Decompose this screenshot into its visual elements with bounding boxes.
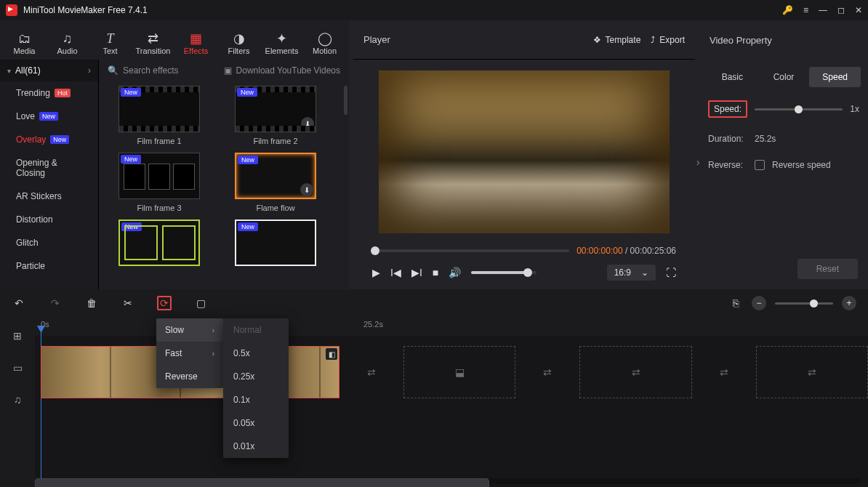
empty-clip-slot[interactable]: ⇄ (579, 346, 691, 398)
fullscreen-button[interactable]: ⛶ (666, 267, 676, 278)
video-preview[interactable] (379, 71, 670, 233)
seek-slider[interactable] (372, 249, 569, 252)
crop-button[interactable]: ▢ (193, 297, 208, 309)
effect-item[interactable]: New (106, 220, 212, 270)
effect-thumbnail: New⬇ (235, 86, 316, 132)
effects-icon: ▦ (190, 31, 202, 47)
tab-filters[interactable]: ◑Filters (217, 26, 260, 60)
zoom-in-button[interactable]: + (842, 296, 856, 310)
tab-basic[interactable]: Basic (707, 67, 758, 87)
category-particle[interactable]: Particle (0, 254, 98, 278)
category-label: Love (16, 111, 35, 121)
speed-menu-slow[interactable]: Slow› (156, 318, 223, 342)
play-button[interactable]: ▶ (372, 267, 380, 278)
prev-frame-button[interactable]: I◀ (390, 267, 401, 278)
speed-option-0-05x[interactable]: 0.05x (223, 411, 289, 435)
minimize-icon[interactable]: — (819, 5, 827, 15)
zoom-out-button[interactable]: − (752, 296, 766, 310)
delete-button[interactable]: 🗑 (84, 297, 99, 309)
tab-label: Transition (136, 47, 171, 55)
category-trending[interactable]: TrendingHot (0, 81, 98, 105)
timeline-toolbar: ↶ ↷ 🗑 ✂ ⟳ ▢ ⎘ − + (0, 289, 868, 317)
tab-label: Text (103, 47, 117, 55)
effect-item[interactable]: New⬇ Flame flow (222, 153, 329, 212)
titlebar: MiniTool MovieMaker Free 7.4.1 🔑 ≡ — ◻ ✕ (0, 0, 868, 20)
tab-text[interactable]: TText (89, 26, 132, 60)
speed-submenu: Normal 0.5x 0.25x 0.1x 0.05x 0.01x (223, 318, 289, 458)
download-youtube-button[interactable]: ▣ Download YouTube Videos (224, 65, 340, 76)
elements-icon: ✦ (276, 31, 287, 47)
zoom-slider[interactable] (775, 302, 833, 305)
transition-slot[interactable]: ⇄ (363, 346, 380, 398)
layers-icon: ❖ (593, 35, 601, 45)
effect-item[interactable]: New Film frame 3 (106, 153, 212, 212)
tab-motion[interactable]: ◯Motion (303, 26, 346, 60)
speed-tool-button[interactable]: ⟳ (157, 296, 172, 310)
effect-item[interactable]: New (222, 220, 329, 270)
maximize-icon[interactable]: ◻ (837, 5, 845, 15)
transition-icon: ⇄ (148, 31, 158, 47)
empty-clip-slot[interactable]: ⬓ (403, 346, 515, 398)
category-distortion[interactable]: Distortion (0, 208, 98, 231)
download-icon[interactable]: ⬇ (300, 183, 313, 196)
tab-transition[interactable]: ⇄Transition (132, 26, 174, 60)
redo-button[interactable]: ↷ (48, 297, 63, 309)
tab-effects[interactable]: ▦Effects (174, 26, 217, 60)
next-frame-button[interactable]: ▶I (411, 267, 422, 278)
speed-option-0-5x[interactable]: 0.5x (223, 342, 289, 365)
tab-audio[interactable]: ♫Audio (46, 26, 89, 60)
split-button[interactable]: ✂ (121, 297, 135, 309)
speed-menu-fast[interactable]: Fast› (156, 342, 223, 365)
template-button[interactable]: ❖Template (593, 35, 641, 45)
undo-button[interactable]: ↶ (12, 297, 26, 309)
stop-button[interactable]: ■ (433, 267, 438, 278)
search-input[interactable]: 🔍 Search effects (108, 65, 214, 76)
category-all[interactable]: ▾ All(61) › (0, 60, 98, 81)
transition-slot[interactable]: ⇄ (715, 346, 733, 398)
volume-slider[interactable] (471, 271, 537, 274)
download-icon[interactable]: ⬇ (301, 117, 314, 130)
category-opening-closing[interactable]: Opening & Closing (0, 151, 98, 185)
filters-icon: ◑ (233, 31, 245, 47)
horizontal-scrollbar[interactable] (35, 478, 861, 484)
speed-option-0-01x[interactable]: 0.01x (223, 435, 289, 458)
menu-label: Reverse (165, 371, 198, 382)
speed-option-0-25x[interactable]: 0.25x (223, 365, 289, 388)
aspect-select[interactable]: 16:9 ⌄ (607, 265, 656, 281)
transition-slot[interactable]: ⇄ (539, 346, 556, 398)
clip-options-icon[interactable]: ◧ (326, 348, 337, 360)
category-label: Particle (16, 261, 45, 271)
speed-slider[interactable] (755, 108, 843, 110)
tab-media[interactable]: 🗂Media (3, 26, 46, 60)
scrollbar[interactable] (344, 86, 347, 115)
close-icon[interactable]: ✕ (855, 5, 862, 15)
reset-button[interactable]: Reset (797, 259, 858, 279)
category-label: Trending (16, 88, 50, 98)
folder-icon: 🗂 (18, 31, 31, 47)
empty-clip-slot[interactable]: ⇄ (756, 346, 868, 398)
speed-option-normal[interactable]: Normal (223, 318, 289, 342)
tab-label: Audio (57, 47, 77, 55)
tab-speed[interactable]: Speed (809, 67, 861, 87)
tab-elements[interactable]: ✦Elements (260, 26, 303, 60)
fit-button[interactable]: ⎘ (728, 297, 743, 309)
category-glitch[interactable]: Glitch (0, 231, 98, 254)
speed-menu-reverse[interactable]: Reverse (156, 365, 223, 388)
collapse-chevron-icon[interactable]: › (696, 156, 868, 168)
tab-color[interactable]: Color (758, 67, 810, 87)
license-key-icon[interactable]: 🔑 (782, 5, 793, 15)
effect-item[interactable]: New Film frame 1 (106, 86, 212, 145)
volume-icon[interactable]: 🔊 (449, 267, 461, 278)
effect-item[interactable]: New⬇ Film frame 2 (222, 86, 329, 145)
category-ar-stickers[interactable]: AR Stickers (0, 185, 98, 208)
speed-option-0-1x[interactable]: 0.1x (223, 388, 289, 411)
effect-thumbnail: New (118, 220, 200, 266)
new-badge: New (238, 222, 258, 231)
category-overlay[interactable]: OverlayNew (0, 128, 98, 151)
category-love[interactable]: LoveNew (0, 105, 98, 128)
menu-icon[interactable]: ≡ (803, 5, 808, 15)
ruler-mark: 25.2s (363, 320, 383, 329)
add-track-icon[interactable]: ⊞ (13, 330, 22, 342)
export-button[interactable]: ⤴Export (651, 35, 685, 45)
music-icon: ♫ (63, 31, 73, 47)
